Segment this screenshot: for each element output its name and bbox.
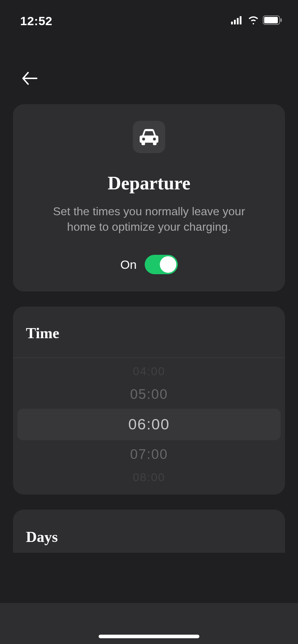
time-picker[interactable]: 04:00 05:00 06:00 07:00 08:00 bbox=[13, 358, 285, 494]
svg-point-7 bbox=[142, 138, 145, 141]
departure-header-card: Departure Set the times you normally lea… bbox=[13, 104, 285, 291]
svg-rect-6 bbox=[280, 18, 282, 22]
arrow-left-icon bbox=[22, 72, 37, 85]
svg-rect-3 bbox=[240, 16, 241, 24]
time-option[interactable]: 08:00 bbox=[17, 466, 281, 488]
svg-rect-0 bbox=[231, 22, 233, 24]
back-button[interactable] bbox=[22, 68, 43, 89]
time-section-title: Time bbox=[13, 307, 285, 358]
battery-icon bbox=[263, 15, 283, 26]
svg-point-8 bbox=[153, 138, 156, 141]
car-icon bbox=[139, 128, 159, 146]
time-card: Time 04:00 05:00 06:00 07:00 08:00 bbox=[13, 307, 285, 494]
svg-rect-1 bbox=[234, 20, 236, 24]
svg-rect-5 bbox=[264, 17, 278, 23]
status-time: 12:52 bbox=[20, 14, 52, 28]
status-bar: 12:52 bbox=[0, 0, 298, 32]
home-indicator[interactable] bbox=[99, 635, 199, 638]
page-description: Set the times you normally leave your ho… bbox=[38, 204, 260, 235]
time-option[interactable]: 04:00 bbox=[17, 360, 281, 382]
time-option-selected[interactable]: 06:00 bbox=[17, 409, 281, 440]
svg-rect-2 bbox=[237, 18, 239, 24]
wifi-icon bbox=[248, 16, 259, 26]
home-indicator-wrap bbox=[0, 635, 298, 638]
status-icons bbox=[231, 15, 283, 26]
time-option[interactable]: 05:00 bbox=[17, 382, 281, 406]
departure-toggle-row: On bbox=[38, 255, 260, 274]
departure-toggle[interactable] bbox=[145, 255, 178, 274]
car-icon-tile bbox=[133, 121, 165, 153]
time-option[interactable]: 07:00 bbox=[17, 442, 281, 466]
days-section-title: Days bbox=[13, 510, 285, 553]
toggle-label: On bbox=[120, 258, 136, 272]
cellular-icon bbox=[231, 16, 244, 26]
toggle-thumb bbox=[160, 256, 176, 273]
page-title: Departure bbox=[38, 172, 260, 194]
days-card: Days bbox=[13, 510, 285, 553]
